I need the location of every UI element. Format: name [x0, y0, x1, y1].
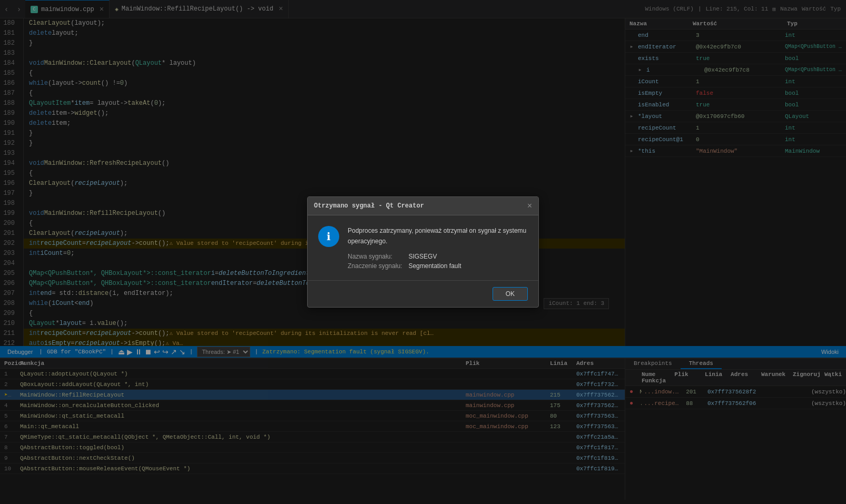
- modal-body: ℹ Podproces zatrzymany, ponieważ otrzyma…: [308, 215, 538, 280]
- modal-title-bar: Otrzymano sygnał - Qt Creator ×: [308, 197, 538, 215]
- modal-footer: OK: [308, 280, 538, 307]
- modal-detail: Nazwa sygnału: SIGSEGV Znaczenie sygnału…: [348, 253, 528, 270]
- modal-ok-btn[interactable]: OK: [493, 287, 528, 301]
- meaning-label: Znaczenie sygnału:: [348, 262, 402, 270]
- signal-value: SIGSEGV: [408, 253, 528, 260]
- modal-close-btn[interactable]: ×: [527, 201, 532, 211]
- modal-dialog: Otrzymano sygnał - Qt Creator × ℹ Podpro…: [307, 196, 539, 307]
- signal-label: Nazwa sygnału:: [348, 253, 402, 260]
- modal-text: Podproces zatrzymany, ponieważ otrzymał …: [348, 226, 528, 269]
- modal-message: Podproces zatrzymany, ponieważ otrzymał …: [348, 226, 528, 246]
- meaning-value: Segmentation fault: [408, 262, 528, 270]
- modal-overlay: Otrzymano sygnał - Qt Creator × ℹ Podpro…: [0, 0, 846, 504]
- modal-icon: ℹ: [318, 226, 339, 247]
- modal-title: Otrzymano sygnał - Qt Creator: [314, 202, 424, 210]
